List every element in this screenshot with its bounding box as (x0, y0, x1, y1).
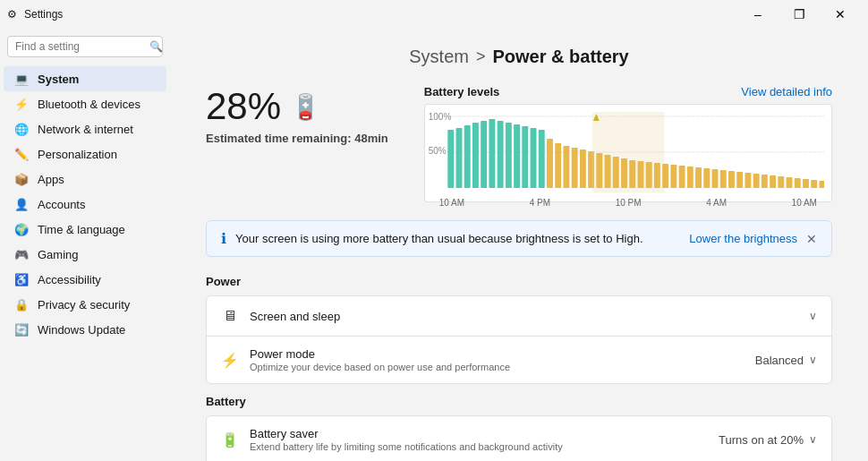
sidebar-item-time[interactable]: 🌍 Time & language (4, 217, 166, 242)
chart-header: Battery levels View detailed info (424, 85, 832, 98)
sidebar-item-accounts[interactable]: 👤 Accounts (4, 192, 166, 217)
personalization-icon: ✏️ (14, 147, 29, 161)
sidebar-item-accessibility[interactable]: ♿ Accessibility (4, 267, 166, 292)
breadcrumb: System > Power & battery (206, 47, 832, 67)
sidebar-item-personalization[interactable]: ✏️ Personalization (4, 141, 166, 166)
chart-title: Battery levels (424, 85, 500, 98)
privacy-icon: 🔒 (14, 297, 29, 312)
breadcrumb-separator: > (476, 47, 486, 66)
gaming-icon: 🎮 (14, 247, 29, 261)
title-bar-left: ⚙ Settings (7, 8, 63, 21)
maximize-button[interactable]: ❐ (779, 0, 820, 29)
svg-rect-44 (778, 176, 784, 188)
breadcrumb-parent[interactable]: System (409, 47, 469, 67)
svg-rect-23 (604, 155, 610, 188)
screen-sleep-text: Screen and sleep (250, 310, 798, 323)
sidebar-items: 💻 System ⚡ Bluetooth & devices 🌐 Network… (0, 66, 170, 342)
sidebar-item-update[interactable]: 🔄 Windows Update (4, 317, 166, 342)
svg-rect-15 (547, 139, 553, 188)
screen-sleep-right: ∨ (809, 310, 817, 322)
sidebar-item-label-personalization: Personalization (38, 148, 117, 161)
battery-section-title: Battery (206, 395, 832, 408)
svg-rect-24 (613, 157, 619, 188)
sidebar-item-label-privacy: Privacy & security (38, 298, 130, 312)
alert-box: ℹ Your screen is using more battery than… (206, 220, 832, 257)
title-bar: ⚙ Settings – ❐ ✕ (0, 0, 868, 29)
chart-label-100: 100% (429, 112, 452, 122)
accessibility-icon: ♿ (14, 272, 29, 286)
chart-time-label: 10 AM (792, 198, 817, 208)
alert-close-button[interactable]: ✕ (806, 232, 817, 246)
chart-time-label: 4 PM (530, 198, 550, 208)
battery-saver-sublabel: Extend battery life by limiting some not… (250, 441, 708, 452)
sidebar-item-privacy[interactable]: 🔒 Privacy & security (4, 292, 166, 317)
minimize-button[interactable]: – (737, 0, 779, 29)
svg-rect-39 (736, 172, 743, 188)
svg-rect-46 (795, 178, 801, 188)
sidebar-item-gaming[interactable]: 🎮 Gaming (4, 242, 166, 267)
title-bar-title: Settings (24, 8, 63, 21)
svg-rect-43 (770, 175, 776, 188)
svg-rect-12 (530, 128, 536, 188)
breadcrumb-current: Power & battery (492, 47, 628, 67)
svg-rect-8 (497, 121, 503, 188)
power-mode-chevron-icon: ∨ (809, 354, 817, 366)
battery-saver-right: Turns on at 20% ∨ (719, 433, 817, 447)
svg-rect-2 (447, 130, 454, 188)
bluetooth-icon: ⚡ (14, 97, 29, 111)
power-section: Power 🖥 Screen and sleep ∨ ⚡ Power mode … (206, 275, 832, 384)
chart-time-label: 4 AM (706, 198, 727, 208)
battery-chart-svg (432, 112, 824, 192)
svg-rect-9 (506, 123, 512, 188)
power-mode-icon: ⚡ (221, 351, 239, 369)
apps-icon: 📦 (14, 172, 29, 186)
sidebar-item-label-bluetooth: Bluetooth & devices (38, 98, 140, 111)
sidebar-item-system[interactable]: 💻 System (4, 66, 166, 91)
battery-item-battery-saver[interactable]: 🔋 Battery saver Extend battery life by l… (207, 416, 831, 461)
sidebar-item-network[interactable]: 🌐 Network & internet (4, 116, 166, 141)
sidebar-item-label-network: Network & internet (38, 123, 133, 136)
alert-icon: ℹ (221, 230, 226, 247)
search-box[interactable]: 🔍 (7, 36, 163, 57)
view-detailed-info-link[interactable]: View detailed info (741, 85, 832, 98)
power-section-title: Power (206, 275, 832, 288)
sidebar-item-bluetooth[interactable]: ⚡ Bluetooth & devices (4, 91, 166, 116)
sidebar-item-apps[interactable]: 📦 Apps (4, 166, 166, 192)
svg-rect-31 (670, 165, 677, 188)
sidebar: 🔍 💻 System ⚡ Bluetooth & devices 🌐 Netwo… (0, 29, 170, 461)
battery-percent-value: 28% (206, 85, 281, 128)
search-icon: 🔍 (149, 40, 163, 53)
sidebar-item-label-accounts: Accounts (38, 198, 85, 211)
svg-rect-10 (514, 124, 520, 188)
sidebar-item-label-time: Time & language (38, 223, 125, 236)
battery-chart-area: Battery levels View detailed info 100% 5… (424, 85, 832, 202)
estimated-value: 48min (354, 132, 388, 145)
search-input[interactable] (15, 40, 149, 53)
svg-rect-22 (596, 153, 602, 188)
title-bar-controls: – ❐ ✕ (737, 0, 861, 29)
svg-rect-29 (654, 163, 660, 188)
power-mode-right-text: Balanced (755, 354, 804, 367)
chart-label-50: 50% (429, 146, 447, 156)
svg-rect-5 (472, 123, 479, 188)
power-mode-label: Power mode (250, 347, 745, 361)
battery-summary: 28% 🪫 Estimated time remaining: 48min (206, 85, 388, 145)
svg-rect-25 (621, 158, 627, 188)
battery-percent-display: 28% 🪫 (206, 85, 388, 128)
power-item-power-mode[interactable]: ⚡ Power mode Optimize your device based … (207, 336, 831, 383)
sidebar-item-label-apps: Apps (38, 173, 64, 186)
close-button[interactable]: ✕ (820, 0, 861, 29)
system-icon: 💻 (14, 72, 29, 86)
update-icon: 🔄 (14, 322, 29, 337)
power-item-screen-sleep[interactable]: 🖥 Screen and sleep ∨ (207, 296, 831, 336)
battery-section: Battery 🔋 Battery saver Extend battery l… (206, 395, 832, 461)
lower-brightness-link[interactable]: Lower the brightness (689, 232, 797, 245)
sidebar-item-label-accessibility: Accessibility (38, 273, 101, 286)
svg-rect-28 (645, 162, 651, 188)
accounts-icon: 👤 (14, 197, 29, 211)
svg-rect-3 (455, 128, 462, 188)
main-layout: 🔍 💻 System ⚡ Bluetooth & devices 🌐 Netwo… (0, 29, 868, 461)
chart-time-label: 10 PM (616, 198, 642, 208)
svg-rect-32 (678, 166, 685, 188)
top-section: 28% 🪫 Estimated time remaining: 48min Ba… (206, 85, 832, 202)
